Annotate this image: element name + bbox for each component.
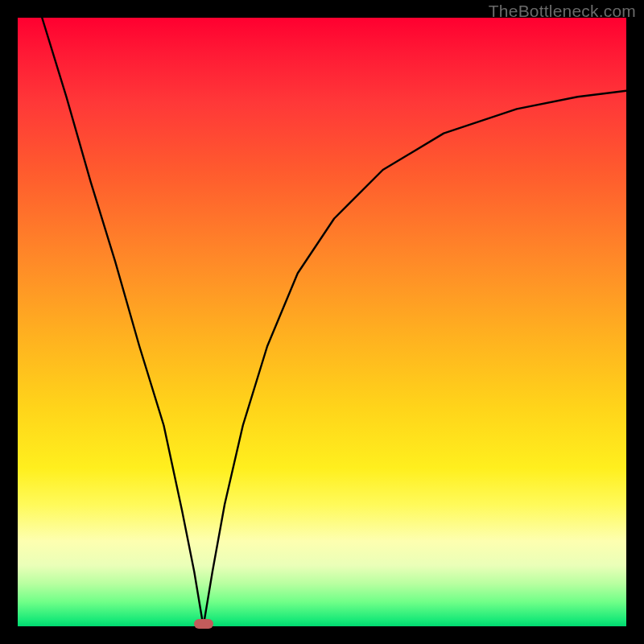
chart-frame	[18, 18, 626, 626]
chart-line	[18, 18, 626, 626]
chart-minimum-marker	[194, 619, 213, 629]
